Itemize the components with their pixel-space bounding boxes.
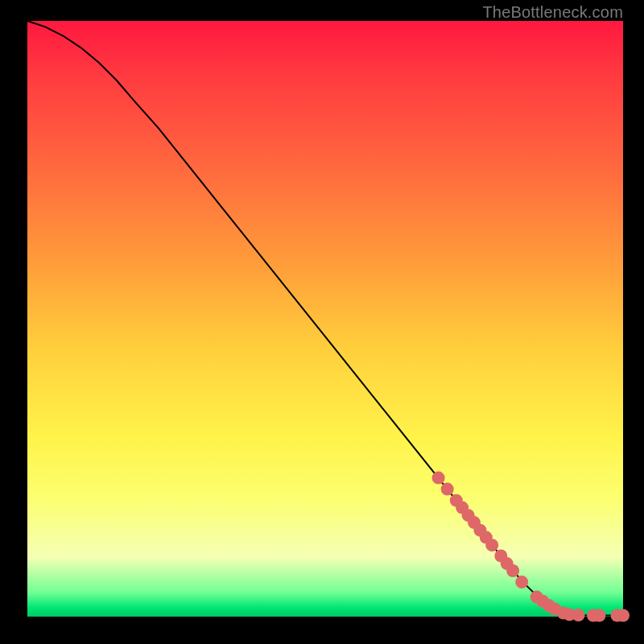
data-marker — [441, 483, 454, 496]
chart-svg — [27, 21, 623, 617]
data-marker — [572, 609, 585, 621]
data-marker — [592, 609, 605, 622]
curve-line — [27, 21, 623, 616]
data-marker — [506, 564, 519, 577]
data-marker — [617, 609, 630, 622]
data-marker — [485, 539, 498, 551]
watermark-text: TheBottleneck.com — [482, 3, 623, 22]
plot-area — [27, 21, 623, 617]
data-marker — [432, 472, 445, 485]
data-marker — [515, 576, 528, 588]
chart-stage: TheBottleneck.com — [0, 0, 644, 644]
marker-group — [432, 472, 630, 622]
